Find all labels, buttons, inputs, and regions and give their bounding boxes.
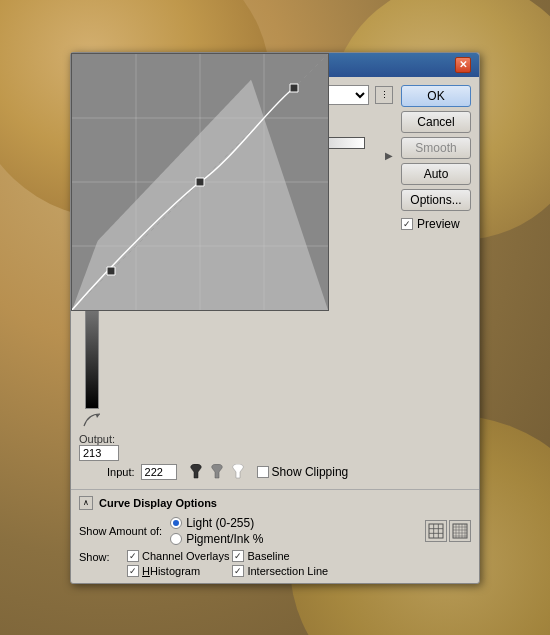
- output-label: Output:: [79, 433, 119, 445]
- histogram-option: HHistogram: [127, 565, 229, 577]
- curve-display-title: Curve Display Options: [99, 497, 217, 509]
- grid-buttons: [425, 520, 471, 542]
- preview-checkbox[interactable]: [401, 218, 413, 230]
- baseline-label: Baseline: [247, 550, 289, 562]
- collapse-button[interactable]: ∧: [79, 496, 93, 510]
- left-panel: Preset: Custom ⋮ Channel: RGB: [79, 85, 393, 481]
- input-label: Input:: [107, 466, 135, 478]
- curve-canvas[interactable]: [71, 53, 329, 311]
- dialog-body: Preset: Custom ⋮ Channel: RGB: [71, 77, 479, 489]
- input-row: Input: Show Clipping: [79, 463, 393, 481]
- baseline-option: Baseline: [232, 550, 334, 562]
- white-point-eyedropper[interactable]: [229, 463, 247, 481]
- intersection-checkbox[interactable]: [232, 565, 244, 577]
- show-options-grid: Channel Overlays Baseline HHistogram Int…: [127, 550, 335, 577]
- pigment-label: Pigment/Ink %: [186, 532, 263, 546]
- light-radio-row: Light (0-255): [170, 516, 263, 530]
- slider-track: ▶: [109, 150, 393, 160]
- intersection-label: Intersection Line: [247, 565, 328, 577]
- close-button[interactable]: ✕: [455, 57, 471, 73]
- input-field[interactable]: [141, 464, 177, 480]
- intersection-option: Intersection Line: [232, 565, 334, 577]
- show-clipping-group: Show Clipping: [257, 465, 349, 479]
- grid-4x4-button[interactable]: [425, 520, 447, 542]
- right-panel: OK Cancel Smooth Auto Options... Preview: [401, 85, 471, 481]
- output-section: Output: 213: [79, 433, 119, 461]
- baseline-checkbox[interactable]: [232, 550, 244, 562]
- show-clipping-checkbox[interactable]: [257, 466, 269, 478]
- curve-area: ▶: [79, 137, 393, 429]
- channel-overlays-checkbox[interactable]: [127, 550, 139, 562]
- show-amount-row: Show Amount of: Light (0-255) Pigment/In…: [79, 516, 471, 546]
- show-label: Show:: [79, 551, 119, 563]
- curves-dialog: Curves ✕ Preset: Custom ⋮ Channel: RGB: [70, 52, 480, 584]
- black-point-eyedropper[interactable]: [187, 463, 205, 481]
- histogram-checkbox[interactable]: [127, 565, 139, 577]
- curve-display-header: ∧ Curve Display Options: [79, 496, 471, 510]
- preview-row: Preview: [401, 217, 471, 231]
- eyedropper-group: [187, 463, 247, 481]
- show-row: Show: Channel Overlays Baseline HHistogr…: [79, 550, 471, 577]
- curve-display-section: ∧ Curve Display Options Show Amount of: …: [71, 489, 479, 583]
- light-label: Light (0-255): [186, 516, 254, 530]
- output-row: Output: 213: [79, 433, 393, 461]
- preview-label: Preview: [417, 217, 460, 231]
- show-clipping-label: Show Clipping: [272, 465, 349, 479]
- channel-overlays-label: Channel Overlays: [142, 550, 229, 562]
- slider-row: ▶: [109, 150, 393, 160]
- pigment-radio[interactable]: [170, 533, 182, 545]
- gray-point-eyedropper[interactable]: [208, 463, 226, 481]
- output-value: 213: [79, 445, 119, 461]
- light-radio[interactable]: [170, 517, 182, 529]
- histogram-label: HHistogram: [142, 565, 200, 577]
- options-button[interactable]: Options...: [401, 189, 471, 211]
- channel-overlays-option: Channel Overlays: [127, 550, 229, 562]
- slider-end: ▶: [385, 150, 393, 161]
- svg-rect-1: [429, 524, 443, 538]
- pigment-radio-row: Pigment/Ink %: [170, 532, 263, 546]
- ok-button[interactable]: OK: [401, 85, 471, 107]
- grid-buttons-group: [425, 520, 471, 542]
- smooth-button[interactable]: Smooth: [401, 137, 471, 159]
- show-amount-radio-group: Light (0-255) Pigment/Ink %: [170, 516, 263, 546]
- cancel-button[interactable]: Cancel: [401, 111, 471, 133]
- auto-button[interactable]: Auto: [401, 163, 471, 185]
- curve-mode-icon[interactable]: [83, 413, 101, 429]
- curve-canvas-container: ▶: [109, 137, 393, 429]
- grid-fine-button[interactable]: [449, 520, 471, 542]
- preset-menu-icon[interactable]: ⋮: [375, 86, 393, 104]
- show-amount-label: Show Amount of:: [79, 525, 162, 537]
